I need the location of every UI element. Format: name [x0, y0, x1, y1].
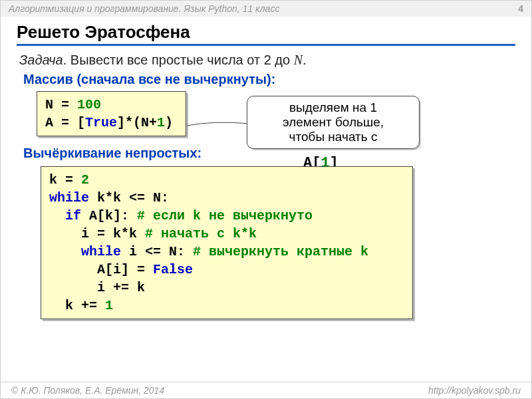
footer-copyright: © К.Ю. Поляков, Е.А. Ерёмин, 2014: [11, 385, 164, 396]
callout-line3: чтобы начать с: [254, 130, 412, 144]
callout-line1: выделяем на 1: [254, 100, 412, 115]
problem-label: Задача: [19, 53, 63, 67]
subtitle-array: Массив (сначала все не вычеркнуты):: [23, 72, 509, 87]
footer: © К.Ю. Поляков, Е.А. Ерёмин, 2014 http:/…: [1, 382, 531, 398]
problem-var: N: [294, 53, 303, 67]
top-bar: Алгоритмизация и программирование. Язык …: [1, 1, 531, 17]
footer-url: http://kpolyakov.spb.ru: [428, 385, 521, 396]
topbar-title: Алгоритмизация и программирование. Язык …: [9, 3, 279, 14]
problem-tail: .: [303, 53, 307, 67]
problem-text: . Вывести все простые числа от 2 до: [63, 53, 294, 67]
callout-bubble: выделяем на 1 элемент больше, чтобы нача…: [247, 96, 420, 149]
slide-title: Решето Эратосфена: [17, 22, 515, 46]
callout-line2: элемент больше,: [254, 115, 412, 130]
callout-tail: [187, 120, 250, 122]
code-block-init: N = 100 A = [True]*(N+1): [37, 91, 186, 136]
page-number: 4: [518, 3, 523, 14]
problem-statement: Задача. Вывести все простые числа от 2 д…: [19, 53, 513, 68]
code-block-sieve: k = 2 while k*k <= N: if A[k]: # если k …: [41, 166, 413, 319]
